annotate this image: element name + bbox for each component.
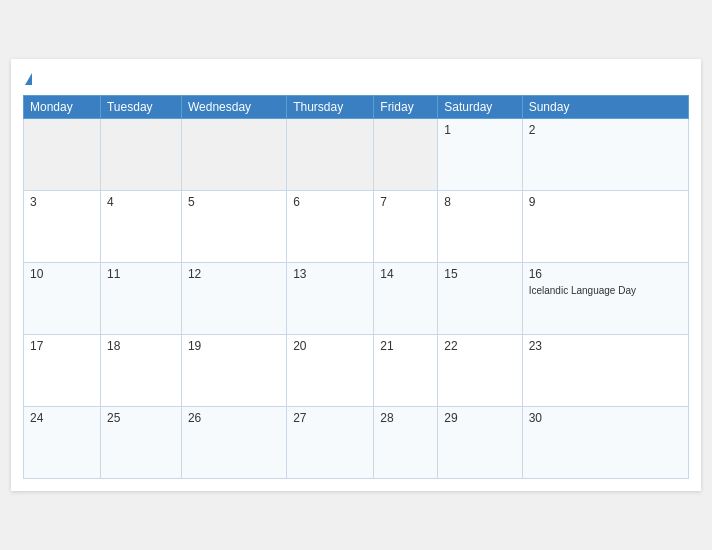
calendar-cell — [24, 118, 101, 190]
day-number: 19 — [188, 339, 280, 353]
calendar-cell: 25 — [100, 406, 181, 478]
day-number: 8 — [444, 195, 515, 209]
day-number: 27 — [293, 411, 367, 425]
calendar-cell: 26 — [181, 406, 286, 478]
calendar-cell: 15 — [438, 262, 522, 334]
calendar-cell: 27 — [287, 406, 374, 478]
calendar-cell — [374, 118, 438, 190]
calendar-cell: 22 — [438, 334, 522, 406]
logo — [23, 69, 32, 87]
calendar-cell: 23 — [522, 334, 688, 406]
calendar-cell: 29 — [438, 406, 522, 478]
calendar-cell: 13 — [287, 262, 374, 334]
day-number: 29 — [444, 411, 515, 425]
calendar-cell: 4 — [100, 190, 181, 262]
calendar-cell — [287, 118, 374, 190]
day-number: 3 — [30, 195, 94, 209]
event-label: Icelandic Language Day — [529, 285, 636, 296]
week-row-2: 3456789 — [24, 190, 689, 262]
calendar-cell: 3 — [24, 190, 101, 262]
calendar-table: MondayTuesdayWednesdayThursdayFridaySatu… — [23, 95, 689, 479]
day-number: 11 — [107, 267, 175, 281]
day-number: 22 — [444, 339, 515, 353]
day-number: 18 — [107, 339, 175, 353]
day-number: 23 — [529, 339, 682, 353]
calendar-cell: 19 — [181, 334, 286, 406]
calendar-cell: 21 — [374, 334, 438, 406]
weekday-header-saturday: Saturday — [438, 95, 522, 118]
calendar-cell: 18 — [100, 334, 181, 406]
calendar-cell: 10 — [24, 262, 101, 334]
day-number: 26 — [188, 411, 280, 425]
calendar-cell: 7 — [374, 190, 438, 262]
calendar-cell: 8 — [438, 190, 522, 262]
calendar-cell — [100, 118, 181, 190]
day-number: 9 — [529, 195, 682, 209]
day-number: 10 — [30, 267, 94, 281]
week-row-4: 17181920212223 — [24, 334, 689, 406]
day-number: 24 — [30, 411, 94, 425]
calendar-cell: 11 — [100, 262, 181, 334]
weekday-header-sunday: Sunday — [522, 95, 688, 118]
calendar-cell: 6 — [287, 190, 374, 262]
week-row-5: 24252627282930 — [24, 406, 689, 478]
day-number: 25 — [107, 411, 175, 425]
day-number: 17 — [30, 339, 94, 353]
calendar-cell: 24 — [24, 406, 101, 478]
day-number: 20 — [293, 339, 367, 353]
day-number: 4 — [107, 195, 175, 209]
day-number: 15 — [444, 267, 515, 281]
calendar-container: MondayTuesdayWednesdayThursdayFridaySatu… — [11, 59, 701, 491]
calendar-cell: 2 — [522, 118, 688, 190]
calendar-cell: 5 — [181, 190, 286, 262]
calendar-cell: 20 — [287, 334, 374, 406]
calendar-cell: 16Icelandic Language Day — [522, 262, 688, 334]
day-number: 7 — [380, 195, 431, 209]
weekday-header-wednesday: Wednesday — [181, 95, 286, 118]
weekday-header-monday: Monday — [24, 95, 101, 118]
day-number: 13 — [293, 267, 367, 281]
weekday-header-row: MondayTuesdayWednesdayThursdayFridaySatu… — [24, 95, 689, 118]
day-number: 14 — [380, 267, 431, 281]
day-number: 16 — [529, 267, 682, 281]
calendar-cell: 28 — [374, 406, 438, 478]
weekday-header-friday: Friday — [374, 95, 438, 118]
day-number: 1 — [444, 123, 515, 137]
logo-blue-text — [23, 69, 32, 87]
day-number: 5 — [188, 195, 280, 209]
day-number: 30 — [529, 411, 682, 425]
logo-triangle-icon — [25, 73, 32, 85]
calendar-cell: 12 — [181, 262, 286, 334]
day-number: 6 — [293, 195, 367, 209]
calendar-cell: 14 — [374, 262, 438, 334]
calendar-cell: 17 — [24, 334, 101, 406]
calendar-cell: 1 — [438, 118, 522, 190]
day-number: 21 — [380, 339, 431, 353]
day-number: 28 — [380, 411, 431, 425]
weekday-header-thursday: Thursday — [287, 95, 374, 118]
weekday-header-tuesday: Tuesday — [100, 95, 181, 118]
calendar-header — [23, 69, 689, 87]
day-number: 2 — [529, 123, 682, 137]
calendar-cell — [181, 118, 286, 190]
calendar-cell: 9 — [522, 190, 688, 262]
day-number: 12 — [188, 267, 280, 281]
calendar-cell: 30 — [522, 406, 688, 478]
week-row-1: 12 — [24, 118, 689, 190]
week-row-3: 10111213141516Icelandic Language Day — [24, 262, 689, 334]
